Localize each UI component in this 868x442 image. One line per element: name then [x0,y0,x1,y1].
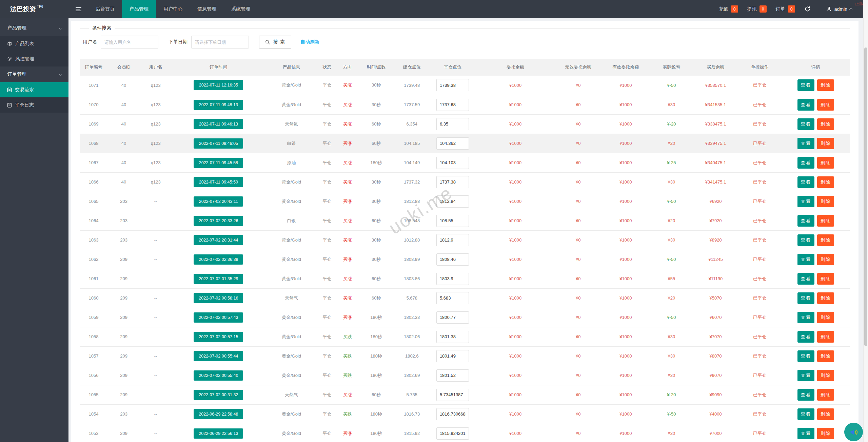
menu-toggle-icon[interactable] [68,0,88,18]
top-menu-item[interactable]: 产品管理 [122,0,156,18]
entrust-balance: ¥1000 [476,288,554,308]
sidebar-item[interactable]: 平仓日志 [0,97,68,113]
open-point: 108.548 [395,211,429,230]
after-balance: ¥6070 [693,308,737,327]
close-point-input[interactable] [436,79,469,91]
view-button[interactable]: 查看 [797,389,814,401]
view-button[interactable]: 查看 [797,370,814,381]
actual-profit: ¥20 [649,211,693,230]
sidebar-item-label: 平仓日志 [15,102,34,108]
delete-button[interactable]: 删除 [817,99,834,111]
top-menu-item[interactable]: 信息管理 [190,0,224,18]
close-point-input[interactable] [436,273,469,285]
order-username: q123 [140,153,171,172]
order-username: -- [140,192,171,211]
view-button[interactable]: 查看 [797,428,814,439]
close-point-input[interactable] [436,350,469,362]
close-point-input[interactable] [436,195,469,208]
delete-button[interactable]: 删除 [817,176,834,188]
search-button[interactable]: 搜 索 [259,36,291,49]
user-menu[interactable]: admin [826,6,852,12]
delete-button[interactable]: 删除 [817,312,834,323]
delete-button[interactable]: 删除 [817,273,834,285]
view-button[interactable]: 查看 [797,157,814,169]
refresh-icon[interactable] [804,6,811,12]
close-point-input[interactable] [436,311,469,324]
brand-text: 法巴投资 [10,5,36,14]
delete-button[interactable]: 删除 [817,79,834,91]
sidebar-item[interactable]: 交易流水 [0,82,68,97]
view-button[interactable]: 查看 [797,215,814,227]
delete-button[interactable]: 删除 [817,215,834,227]
delete-button[interactable]: 删除 [817,234,834,246]
delete-button[interactable]: 删除 [817,331,834,343]
top-menu-item[interactable]: 用户中心 [156,0,190,18]
top-menu-item[interactable]: 后台首页 [88,0,122,18]
close-point-input[interactable] [436,215,469,227]
close-point-input[interactable] [436,99,469,111]
delete-button[interactable]: 删除 [817,157,834,169]
close-point-input[interactable] [436,331,469,343]
delete-button[interactable]: 删除 [817,350,834,362]
delete-button[interactable]: 删除 [817,389,834,401]
column-header: 会员ID [107,59,140,76]
close-point-input[interactable] [436,157,469,169]
view-button[interactable]: 查看 [797,350,814,362]
nav-stat-order[interactable]: 订单0 [776,5,795,13]
order-date-input[interactable] [191,36,249,49]
close-point-input[interactable] [436,118,469,130]
auto-refresh-link[interactable]: 自动刷新 [300,39,319,45]
delete-button[interactable]: 删除 [817,428,834,439]
close-point-input[interactable] [436,369,469,382]
view-button[interactable]: 查看 [797,79,814,91]
scrollbar-thumb[interactable] [864,47,867,346]
view-button[interactable]: 查看 [797,312,814,323]
nav-stat-recharge[interactable]: 充值0 [719,5,738,13]
direction: 买涨 [337,95,358,114]
view-button[interactable]: 查看 [797,234,814,246]
close-point-input[interactable] [436,137,469,150]
open-point: 1812.88 [395,192,429,211]
close-point-input[interactable] [436,427,469,440]
sidebar-item[interactable]: 产品列表 [0,36,68,51]
view-button[interactable]: 查看 [797,138,814,149]
scrollbar[interactable] [863,0,868,442]
delete-button[interactable]: 删除 [817,118,834,130]
view-button[interactable]: 查看 [797,331,814,343]
hamburger-icon [76,7,81,11]
delete-button[interactable]: 删除 [817,254,834,265]
table-row: 1054203--2022-06-29 22:58:48黄金/Gold平仓买跌1… [80,404,850,424]
view-button[interactable]: 查看 [797,408,814,420]
close-point-input[interactable] [436,234,469,246]
view-button[interactable]: 查看 [797,292,814,304]
view-button[interactable]: 查看 [797,196,814,207]
sidebar-group-header[interactable]: 订单管理 [0,66,68,82]
view-button[interactable]: 查看 [797,273,814,285]
view-button[interactable]: 查看 [797,99,814,111]
view-button[interactable]: 查看 [797,118,814,130]
sound-float-button[interactable] [844,423,863,441]
close-point-input[interactable] [436,389,469,401]
sidebar-group-header[interactable]: 产品管理 [0,20,68,36]
control-status: 已平仓 [738,153,782,172]
direction: 买涨 [337,114,358,134]
order-time-badge: 2022-07-02 00:55:40 [194,370,243,381]
sidebar-item[interactable]: 风控管理 [0,51,68,66]
close-point-input[interactable] [436,292,469,304]
delete-button[interactable]: 删除 [817,138,834,149]
close-point-input[interactable] [436,408,469,420]
top-menu-item[interactable]: 系统管理 [224,0,258,18]
delete-button[interactable]: 删除 [817,196,834,207]
delete-button[interactable]: 删除 [817,370,834,381]
brand-logo[interactable]: 法巴投资TP6 [0,0,68,18]
username-input[interactable] [101,36,158,49]
product-name: 黃金/Gold [266,230,317,250]
close-point-input[interactable] [436,253,469,266]
close-point-input[interactable] [436,176,469,188]
view-button[interactable]: 查看 [797,254,814,265]
view-button[interactable]: 查看 [797,176,814,188]
delete-button[interactable]: 删除 [817,408,834,420]
delete-button[interactable]: 删除 [817,292,834,304]
nav-stat-withdraw[interactable]: 提现0 [747,5,767,13]
gear-icon [7,56,12,61]
